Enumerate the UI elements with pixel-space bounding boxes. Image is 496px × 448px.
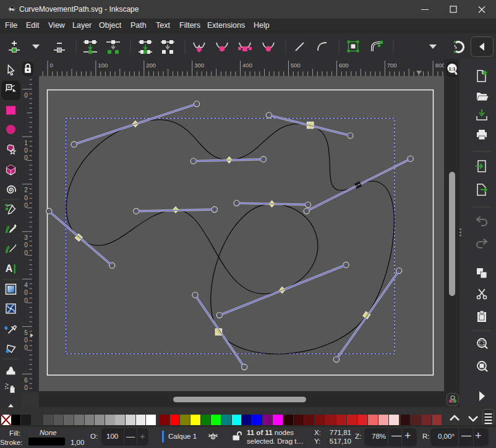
svg-text:0: 0 [24, 147, 28, 154]
svg-text:0: 0 [24, 384, 28, 391]
svg-text:0: 0 [24, 344, 28, 351]
svg-text:0: 0 [24, 154, 28, 161]
svg-text:600: 600 [339, 62, 349, 69]
svg-text:0: 0 [24, 250, 28, 256]
svg-text:200: 200 [146, 62, 156, 69]
svg-text:A: A [6, 263, 13, 274]
svg-text:500: 500 [291, 62, 301, 69]
svg-text:6: 6 [24, 377, 28, 384]
svg-text:0: 0 [24, 195, 28, 201]
svg-text:1:1: 1:1 [448, 66, 456, 72]
svg-text:5: 5 [24, 329, 28, 336]
svg-text:0: 0 [24, 92, 28, 99]
svg-text:2: 2 [24, 187, 28, 193]
svg-text:4: 4 [24, 282, 28, 289]
svg-text:0: 0 [50, 62, 53, 69]
svg-text:400: 400 [242, 62, 252, 69]
svg-text:0: 0 [24, 242, 28, 248]
svg-text:0: 0 [24, 289, 28, 296]
svg-text:0: 0 [24, 392, 28, 392]
svg-text:3: 3 [24, 234, 28, 241]
svg-text:0: 0 [24, 297, 28, 304]
svg-text:1: 1 [24, 140, 28, 146]
svg-text:300: 300 [194, 62, 204, 69]
svg-text:0: 0 [24, 337, 28, 344]
svg-text:0: 0 [24, 202, 28, 209]
svg-text:700: 700 [387, 62, 397, 69]
svg-text:100: 100 [98, 62, 108, 69]
